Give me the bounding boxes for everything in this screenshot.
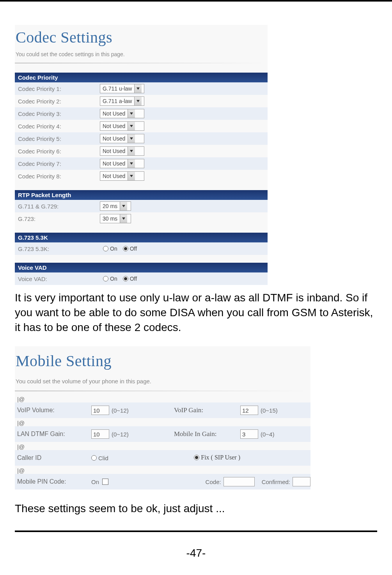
code-input[interactable] xyxy=(223,477,255,486)
codec-priority-5-select[interactable]: Not Used xyxy=(100,134,144,143)
clid-radio[interactable]: Clid xyxy=(91,455,108,461)
radio-icon xyxy=(123,276,128,281)
chevron-down-icon xyxy=(134,97,142,105)
codec-priority-label: Codec Priority 3: xyxy=(15,110,100,117)
codec-priority-row: Codec Priority 8: Not Used xyxy=(15,170,268,182)
chevron-down-icon xyxy=(128,147,135,155)
confirmed-label: Confirmed: xyxy=(262,479,290,485)
codec-priority-7-select[interactable]: Not Used xyxy=(100,159,144,168)
confirmed-input[interactable] xyxy=(293,477,310,486)
radio-icon xyxy=(103,246,108,251)
codec-priority-label: Codec Priority 7: xyxy=(15,160,100,167)
g723-on-radio[interactable]: On xyxy=(103,246,117,252)
rtp-g723-select[interactable]: 30 ms xyxy=(100,214,131,223)
rtp-row: G.723: 30 ms xyxy=(15,212,268,225)
page-number: -47- xyxy=(0,547,392,559)
mobile-title: Mobile Setting xyxy=(15,346,310,371)
lan-dtmf-input[interactable]: 10 xyxy=(91,429,109,439)
g723-label: G.723 5.3K: xyxy=(15,246,100,252)
codec-priority-8-select[interactable]: Not Used xyxy=(100,171,144,181)
divider xyxy=(15,63,268,63)
codec-priority-2-select[interactable]: G.711 a-law xyxy=(100,96,144,106)
codec-priority-label: Codec Priority 8: xyxy=(15,173,100,180)
mobile-in-gain-label: Mobile In Gain: xyxy=(174,430,240,438)
chevron-down-icon xyxy=(120,202,127,210)
codec-priority-row: Codec Priority 5: Not Used xyxy=(15,132,268,145)
rtp-packet-length-header: RTP Packet Length xyxy=(15,190,268,200)
voip-volume-input[interactable]: 10 xyxy=(91,406,109,415)
row-tag: |@ xyxy=(15,466,310,474)
row-tag: |@ xyxy=(15,442,310,450)
g723-row: G.723 5.3K: On Off xyxy=(15,242,268,255)
doc-paragraph-2: These settings seem to be ok, just adjus… xyxy=(15,501,377,516)
mobile-setting-panel: Mobile Setting You could set the volume … xyxy=(15,346,310,490)
codec-priority-1-select[interactable]: G.711 u-law xyxy=(100,84,144,93)
mobile-in-gain-input[interactable]: 3 xyxy=(240,429,258,439)
lan-dtmf-label: LAN DTMF Gain: xyxy=(15,431,91,438)
on-text: On xyxy=(91,479,99,485)
codec-priority-label: Codec Priority 1: xyxy=(15,85,100,92)
chevron-down-icon xyxy=(128,109,135,118)
code-label: Code: xyxy=(206,479,221,485)
voip-gain-label: VoIP Gain: xyxy=(174,406,240,414)
lan-dtmf-row: LAN DTMF Gain: 10 (0~12) Mobile In Gain:… xyxy=(15,426,310,442)
codec-priority-label: Codec Priority 5: xyxy=(15,135,100,142)
mobile-pin-row: Mobile PIN Code: On Code: Confirmed: xyxy=(15,474,310,490)
voip-gain-range: (0~15) xyxy=(261,407,278,414)
codec-priority-label: Codec Priority 6: xyxy=(15,148,100,155)
chevron-down-icon xyxy=(128,134,135,143)
chevron-down-icon xyxy=(128,172,135,180)
codec-priority-header: Codec Priority xyxy=(15,73,268,82)
chevron-down-icon xyxy=(120,214,127,223)
voip-volume-label: VoIP Volume: xyxy=(15,407,91,414)
radio-icon xyxy=(91,455,97,461)
row-tag: |@ xyxy=(15,418,310,426)
codec-priority-row: Codec Priority 4: Not Used xyxy=(15,120,268,132)
lan-dtmf-range: (0~12) xyxy=(112,431,129,438)
pin-on-checkbox[interactable] xyxy=(102,479,108,485)
caller-id-row: Caller ID Clid Fix ( SIP User ) xyxy=(15,450,310,466)
mobile-pin-label: Mobile PIN Code: xyxy=(15,478,91,485)
divider xyxy=(15,391,310,391)
rtp-row: G.711 & G.729: 20 ms xyxy=(15,200,268,212)
codec-priority-row: Codec Priority 6: Not Used xyxy=(15,145,268,157)
mobile-subtitle: You could set the volume of your phone i… xyxy=(15,371,310,389)
rtp-label: G.723: xyxy=(15,215,100,222)
chevron-down-icon xyxy=(128,159,135,168)
radio-icon xyxy=(194,455,199,460)
voip-volume-row: VoIP Volume: 10 (0~12) VoIP Gain: 12 (0~… xyxy=(15,402,310,418)
rtp-label: G.711 & G.729: xyxy=(15,203,100,210)
rtp-g711-g729-select[interactable]: 20 ms xyxy=(100,201,131,211)
row-tag: |@ xyxy=(15,394,310,402)
codec-priority-row: Codec Priority 3: Not Used xyxy=(15,107,268,120)
voice-vad-off-radio[interactable]: Off xyxy=(123,276,137,282)
voip-volume-range: (0~12) xyxy=(112,407,129,414)
codec-priority-4-select[interactable]: Not Used xyxy=(100,121,144,131)
codec-subtitle: You could set the codec settings in this… xyxy=(15,47,268,61)
voice-vad-on-radio[interactable]: On xyxy=(103,276,117,282)
caller-id-label: Caller ID xyxy=(15,454,91,461)
codec-priority-6-select[interactable]: Not Used xyxy=(100,146,144,156)
codec-priority-3-select[interactable]: Not Used xyxy=(100,109,144,118)
g723-off-radio[interactable]: Off xyxy=(123,246,137,252)
g723-header: G.723 5.3K xyxy=(15,233,268,242)
voice-vad-label: Voice VAD: xyxy=(15,276,100,282)
codec-priority-row: Codec Priority 1: G.711 u-law xyxy=(15,82,268,95)
voice-vad-header: Voice VAD xyxy=(15,263,268,272)
codec-priority-row: Codec Priority 7: Not Used xyxy=(15,157,268,170)
voip-gain-input[interactable]: 12 xyxy=(240,406,258,415)
doc-paragraph-1: It is very important to use only u-law o… xyxy=(15,290,377,335)
mobile-in-gain-range: (0~4) xyxy=(261,431,274,438)
chevron-down-icon xyxy=(134,84,142,93)
codec-title: Codec Settings xyxy=(15,25,268,47)
radio-icon xyxy=(123,246,128,251)
chevron-down-icon xyxy=(128,122,135,130)
fix-sip-user-radio[interactable]: Fix ( SIP User ) xyxy=(194,454,240,461)
codec-priority-row: Codec Priority 2: G.711 a-law xyxy=(15,95,268,107)
codec-settings-panel: Codec Settings You could set the codec s… xyxy=(15,25,268,285)
codec-priority-label: Codec Priority 2: xyxy=(15,98,100,105)
codec-priority-label: Codec Priority 4: xyxy=(15,123,100,130)
voice-vad-row: Voice VAD: On Off xyxy=(15,272,268,285)
radio-icon xyxy=(103,276,108,281)
